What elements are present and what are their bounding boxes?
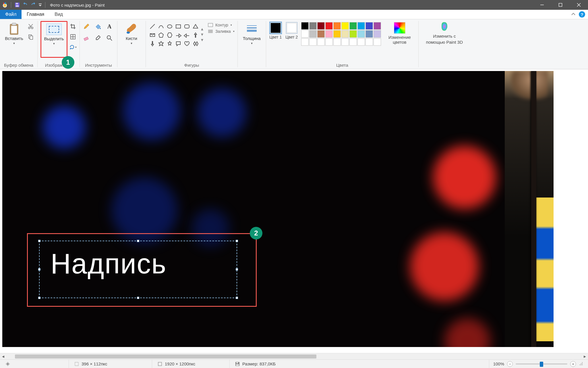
save-icon[interactable] [14,2,20,8]
svg-rect-19 [30,36,33,39]
picker-icon[interactable] [94,34,102,42]
shape-scroll-up-icon[interactable]: ▴ [201,26,203,32]
qat-customize-icon[interactable] [38,2,42,8]
shape-scroll-down-icon[interactable]: ▾ [201,32,203,37]
canvas[interactable]: Надпись [2,71,554,347]
palette-swatch-empty[interactable] [317,38,325,46]
pencil-icon[interactable] [83,23,90,30]
undo-icon[interactable] [22,2,28,8]
eraser-icon[interactable] [83,34,90,42]
palette-swatch[interactable] [301,30,309,38]
scroll-thumb[interactable] [15,354,316,359]
annotation-badge-2: 2 [250,227,262,239]
zoom-out-button[interactable]: − [507,361,513,367]
fill-icon[interactable] [94,23,102,30]
color1-button[interactable]: Цвет 1 [269,22,282,39]
palette-swatch-empty[interactable] [365,38,373,46]
palette-swatch[interactable] [317,22,325,30]
palette-swatch[interactable] [341,30,349,38]
svg-point-1 [3,4,6,7]
chevron-down-icon: ▼ [130,42,133,45]
shape-expand-icon[interactable]: ▾ [201,37,203,43]
canvas-size-icon [157,361,163,367]
disk-icon [235,361,240,367]
palette-swatch[interactable] [317,30,325,38]
palette-swatch-empty[interactable] [374,38,381,46]
crop-icon[interactable] [69,23,77,30]
svg-rect-35 [158,362,162,366]
edit-colors-button[interactable]: Изменение цветов [384,22,415,45]
palette-swatch[interactable] [309,30,317,38]
palette-swatch[interactable] [341,22,349,30]
svg-point-41 [582,363,583,364]
brushes-button[interactable]: Кисти ▼ [120,21,143,58]
thickness-button[interactable]: Толщина ▼ [241,21,263,58]
palette-swatch-empty[interactable] [333,38,341,46]
group-clipboard-label: Буфер обмена [4,61,33,69]
zoom-in-button[interactable]: + [570,361,576,367]
help-button[interactable]: ? [579,11,585,18]
maximize-button[interactable] [551,0,570,10]
color2-button[interactable]: Цвет 2 [285,22,298,39]
palette-swatch[interactable] [301,22,309,30]
outline-button[interactable]: Контур▾ [208,23,235,27]
tab-file[interactable]: Файл [0,10,22,19]
svg-rect-8 [39,3,42,4]
minimize-button[interactable] [533,0,551,10]
svg-line-25 [150,24,155,29]
palette-swatch[interactable] [365,22,373,30]
tab-view[interactable]: Вид [49,10,68,19]
tab-home[interactable]: Главная [22,10,49,19]
svg-rect-38 [236,364,239,366]
status-selection-size: 396 × 112пкс [69,360,152,368]
scroll-right-icon[interactable]: ▸ [582,353,588,360]
palette-swatch-empty[interactable] [309,38,317,46]
zoom-slider[interactable] [516,363,567,365]
close-button[interactable] [570,0,588,10]
horizontal-scrollbar[interactable]: ◂ ▸ [0,353,588,359]
paint3d-button[interactable]: Изменить с помощью Paint 3D [421,21,467,45]
svg-rect-37 [236,362,238,363]
palette-swatch-empty[interactable] [301,38,309,46]
paste-button[interactable]: Вставить ▼ [3,21,25,58]
palette-swatch[interactable] [325,30,333,38]
svg-rect-15 [12,23,16,25]
palette-swatch[interactable] [349,22,357,30]
palette-swatch-empty[interactable] [357,38,365,46]
palette-swatch-empty[interactable] [341,38,349,46]
color-palette[interactable] [301,22,381,46]
palette-swatch[interactable] [357,22,365,30]
zoom-value: 100% [493,361,504,366]
resize-grip-icon[interactable] [579,361,584,367]
fill-button[interactable]: Заливка▾ [208,29,235,34]
palette-swatch[interactable] [333,30,341,38]
text-icon[interactable]: A [106,23,113,30]
resize-icon[interactable] [69,33,77,41]
cursor-pos-icon [5,361,10,367]
svg-rect-7 [16,5,19,7]
svg-rect-3 [5,2,6,4]
palette-swatch-empty[interactable] [325,38,333,46]
select-button[interactable]: Выделить ▼ [42,22,66,56]
magnifier-icon[interactable] [106,34,113,42]
palette-swatch[interactable] [325,22,333,30]
rotate-icon[interactable]: ▾ [69,43,77,51]
palette-swatch[interactable] [309,22,317,30]
svg-point-43 [581,364,581,365]
scroll-left-icon[interactable]: ◂ [0,353,6,360]
shape-gallery[interactable] [149,21,199,47]
palette-swatch[interactable] [365,30,373,38]
palette-swatch-empty[interactable] [349,38,357,46]
palette-swatch[interactable] [374,22,381,30]
palette-swatch[interactable] [357,30,365,38]
palette-swatch[interactable] [333,22,341,30]
copy-icon[interactable] [27,33,34,41]
redo-icon[interactable] [30,2,36,8]
svg-point-39 [582,362,583,363]
group-brushes: Кисти ▼ . [117,19,146,69]
palette-swatch[interactable] [374,30,381,38]
palette-swatch[interactable] [349,30,357,38]
group-shapes: ▴ ▾ ▾ Контур▾ Заливка▾ Фигуры [146,19,237,69]
collapse-ribbon-icon[interactable] [571,12,576,17]
cut-icon[interactable] [27,23,34,30]
